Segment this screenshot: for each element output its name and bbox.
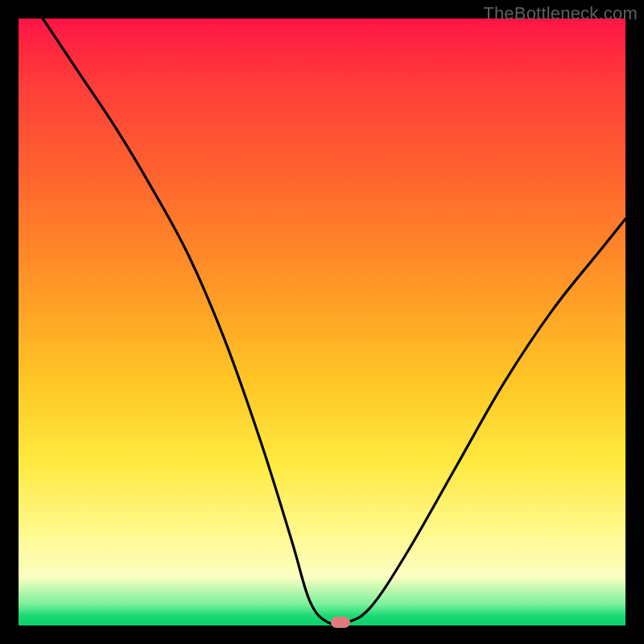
optimum-marker-icon (331, 617, 350, 628)
plot-area (19, 19, 625, 625)
chart-frame: TheBottleneck.com (0, 0, 644, 644)
bottleneck-curve (19, 19, 625, 625)
watermark-label: TheBottleneck.com (483, 3, 638, 24)
